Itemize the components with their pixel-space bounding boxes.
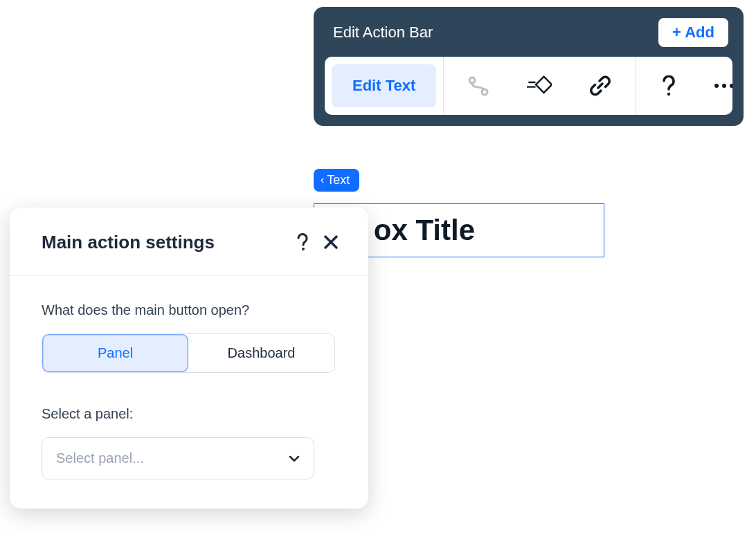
main-action-settings-panel: Main action settings What does the main … bbox=[10, 208, 368, 508]
text-chip[interactable]: ‹ Text bbox=[314, 169, 359, 192]
svg-point-1 bbox=[482, 89, 487, 95]
svg-point-7 bbox=[722, 84, 726, 88]
option-panel[interactable]: Panel bbox=[42, 334, 188, 372]
text-chip-label: Text bbox=[327, 173, 350, 187]
open-target-toggle: Panel Dashboard bbox=[42, 333, 335, 373]
path-icon[interactable] bbox=[466, 73, 491, 98]
settings-title: Main action settings bbox=[42, 232, 289, 253]
settings-body: What does the main button open? Panel Da… bbox=[10, 276, 368, 479]
settings-header: Main action settings bbox=[10, 208, 368, 276]
chevron-left-icon: ‹ bbox=[321, 174, 324, 185]
panel-select[interactable]: Select panel... bbox=[42, 437, 314, 479]
help-icon[interactable] bbox=[656, 73, 681, 98]
toolbar-section-right bbox=[635, 57, 732, 115]
toolbar-section-icons bbox=[443, 57, 635, 115]
svg-point-6 bbox=[714, 84, 719, 88]
link-icon[interactable] bbox=[588, 73, 613, 98]
panel-select-placeholder: Select panel... bbox=[56, 450, 144, 466]
toolbar-section-edit: Edit Text bbox=[325, 57, 443, 115]
svg-point-9 bbox=[302, 248, 305, 250]
action-toolbar: Edit Text bbox=[325, 57, 732, 115]
title-box-text: ox Title bbox=[374, 214, 475, 247]
svg-rect-4 bbox=[536, 77, 552, 93]
close-icon[interactable] bbox=[317, 228, 345, 256]
question-select-panel: Select a panel: bbox=[42, 406, 336, 422]
question-open-target: What does the main button open? bbox=[42, 302, 336, 318]
svg-point-5 bbox=[667, 93, 670, 95]
edit-action-bar: Edit Action Bar + Add Edit Text bbox=[314, 7, 744, 126]
chevron-down-icon bbox=[289, 452, 300, 465]
add-button[interactable]: + Add bbox=[658, 18, 728, 47]
action-bar-title: Edit Action Bar bbox=[333, 24, 433, 42]
more-icon[interactable] bbox=[712, 73, 732, 98]
edit-text-button[interactable]: Edit Text bbox=[332, 64, 436, 107]
svg-point-8 bbox=[730, 84, 732, 88]
option-dashboard[interactable]: Dashboard bbox=[188, 334, 334, 372]
animation-icon[interactable] bbox=[527, 73, 552, 98]
help-icon[interactable] bbox=[289, 228, 317, 256]
action-bar-header: Edit Action Bar + Add bbox=[325, 18, 732, 57]
